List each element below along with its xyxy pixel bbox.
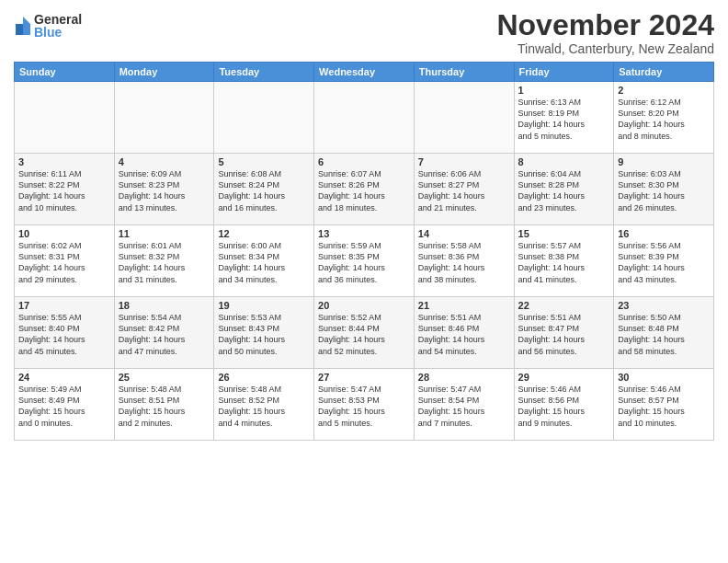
day-number: 24 xyxy=(18,372,110,383)
day-info: Sunrise: 5:55 AM Sunset: 8:40 PM Dayligh… xyxy=(18,312,110,357)
calendar-cell: 24Sunrise: 5:49 AM Sunset: 8:49 PM Dayli… xyxy=(15,369,115,441)
day-number: 22 xyxy=(518,300,610,311)
day-info: Sunrise: 5:49 AM Sunset: 8:49 PM Dayligh… xyxy=(18,384,110,429)
calendar-cell: 15Sunrise: 5:57 AM Sunset: 8:38 PM Dayli… xyxy=(514,225,614,297)
day-info: Sunrise: 5:50 AM Sunset: 8:48 PM Dayligh… xyxy=(618,312,710,357)
calendar-cell: 25Sunrise: 5:48 AM Sunset: 8:51 PM Dayli… xyxy=(114,369,214,441)
day-info: Sunrise: 6:13 AM Sunset: 8:19 PM Dayligh… xyxy=(518,97,610,142)
calendar-cell: 2Sunrise: 6:12 AM Sunset: 8:20 PM Daylig… xyxy=(614,82,714,154)
calendar-cell: 3Sunrise: 6:11 AM Sunset: 8:22 PM Daylig… xyxy=(15,154,115,225)
calendar-cell: 22Sunrise: 5:51 AM Sunset: 8:47 PM Dayli… xyxy=(514,297,614,369)
day-info: Sunrise: 6:09 AM Sunset: 8:23 PM Dayligh… xyxy=(119,168,210,213)
day-number: 25 xyxy=(119,372,210,383)
calendar-cell: 10Sunrise: 6:02 AM Sunset: 8:31 PM Dayli… xyxy=(15,225,115,297)
calendar-cell: 8Sunrise: 6:04 AM Sunset: 8:28 PM Daylig… xyxy=(514,154,614,225)
day-info: Sunrise: 6:04 AM Sunset: 8:28 PM Dayligh… xyxy=(518,168,610,213)
title-area: November 2024 Tinwald, Canterbury, New Z… xyxy=(496,9,714,56)
col-thursday: Thursday xyxy=(414,63,514,82)
header: General Blue November 2024 Tinwald, Cant… xyxy=(14,9,714,56)
day-number: 17 xyxy=(18,300,110,311)
logo-general: General xyxy=(34,13,82,26)
day-number: 10 xyxy=(18,228,110,239)
col-sunday: Sunday xyxy=(15,63,115,82)
day-number: 15 xyxy=(518,228,610,239)
calendar-table: Sunday Monday Tuesday Wednesday Thursday… xyxy=(14,62,714,441)
day-info: Sunrise: 5:59 AM Sunset: 8:35 PM Dayligh… xyxy=(318,240,410,285)
day-number: 5 xyxy=(218,156,310,167)
calendar-cell xyxy=(15,82,115,154)
day-number: 28 xyxy=(418,372,510,383)
day-number: 6 xyxy=(318,156,410,167)
calendar-cell: 21Sunrise: 5:51 AM Sunset: 8:46 PM Dayli… xyxy=(414,297,514,369)
logo-text: General Blue xyxy=(34,13,82,39)
calendar-cell: 12Sunrise: 6:00 AM Sunset: 8:34 PM Dayli… xyxy=(214,225,314,297)
day-info: Sunrise: 6:03 AM Sunset: 8:30 PM Dayligh… xyxy=(618,168,710,213)
day-number: 3 xyxy=(18,156,110,167)
calendar-cell: 14Sunrise: 5:58 AM Sunset: 8:36 PM Dayli… xyxy=(414,225,514,297)
logo-icon xyxy=(14,15,32,37)
calendar-cell: 11Sunrise: 6:01 AM Sunset: 8:32 PM Dayli… xyxy=(114,225,214,297)
day-number: 14 xyxy=(418,228,510,239)
day-info: Sunrise: 5:58 AM Sunset: 8:36 PM Dayligh… xyxy=(418,240,510,285)
day-number: 20 xyxy=(318,300,410,311)
day-info: Sunrise: 6:01 AM Sunset: 8:32 PM Dayligh… xyxy=(119,240,210,285)
day-info: Sunrise: 5:48 AM Sunset: 8:52 PM Dayligh… xyxy=(218,384,310,429)
calendar-cell: 7Sunrise: 6:06 AM Sunset: 8:27 PM Daylig… xyxy=(414,154,514,225)
day-info: Sunrise: 5:46 AM Sunset: 8:57 PM Dayligh… xyxy=(618,384,710,429)
day-info: Sunrise: 5:56 AM Sunset: 8:39 PM Dayligh… xyxy=(618,240,710,285)
day-info: Sunrise: 5:51 AM Sunset: 8:47 PM Dayligh… xyxy=(518,312,610,357)
col-monday: Monday xyxy=(114,63,214,82)
day-info: Sunrise: 5:53 AM Sunset: 8:43 PM Dayligh… xyxy=(218,312,310,357)
day-number: 30 xyxy=(618,372,710,383)
day-number: 7 xyxy=(418,156,510,167)
calendar-cell: 23Sunrise: 5:50 AM Sunset: 8:48 PM Dayli… xyxy=(614,297,714,369)
col-saturday: Saturday xyxy=(614,63,714,82)
day-info: Sunrise: 6:08 AM Sunset: 8:24 PM Dayligh… xyxy=(218,168,310,213)
day-info: Sunrise: 6:02 AM Sunset: 8:31 PM Dayligh… xyxy=(18,240,110,285)
day-number: 1 xyxy=(518,85,610,96)
day-info: Sunrise: 5:48 AM Sunset: 8:51 PM Dayligh… xyxy=(119,384,210,429)
logo-blue: Blue xyxy=(34,26,82,39)
week-row-1: 1Sunrise: 6:13 AM Sunset: 8:19 PM Daylig… xyxy=(15,82,714,154)
calendar-cell: 1Sunrise: 6:13 AM Sunset: 8:19 PM Daylig… xyxy=(514,82,614,154)
calendar-cell: 29Sunrise: 5:46 AM Sunset: 8:56 PM Dayli… xyxy=(514,369,614,441)
svg-marker-0 xyxy=(23,17,30,24)
day-number: 8 xyxy=(518,156,610,167)
calendar-cell: 17Sunrise: 5:55 AM Sunset: 8:40 PM Dayli… xyxy=(15,297,115,369)
calendar-cell: 27Sunrise: 5:47 AM Sunset: 8:53 PM Dayli… xyxy=(314,369,415,441)
col-friday: Friday xyxy=(514,63,614,82)
day-number: 16 xyxy=(618,228,710,239)
week-row-5: 24Sunrise: 5:49 AM Sunset: 8:49 PM Dayli… xyxy=(15,369,714,441)
calendar-cell xyxy=(214,82,314,154)
col-tuesday: Tuesday xyxy=(214,63,314,82)
location: Tinwald, Canterbury, New Zealand xyxy=(496,41,714,56)
calendar-cell: 30Sunrise: 5:46 AM Sunset: 8:57 PM Dayli… xyxy=(614,369,714,441)
day-info: Sunrise: 5:47 AM Sunset: 8:53 PM Dayligh… xyxy=(318,384,410,429)
day-number: 21 xyxy=(418,300,510,311)
calendar-cell: 16Sunrise: 5:56 AM Sunset: 8:39 PM Dayli… xyxy=(614,225,714,297)
calendar-cell: 26Sunrise: 5:48 AM Sunset: 8:52 PM Dayli… xyxy=(214,369,314,441)
day-info: Sunrise: 6:12 AM Sunset: 8:20 PM Dayligh… xyxy=(618,97,710,142)
svg-marker-1 xyxy=(23,24,30,35)
week-row-4: 17Sunrise: 5:55 AM Sunset: 8:40 PM Dayli… xyxy=(15,297,714,369)
calendar-cell: 5Sunrise: 6:08 AM Sunset: 8:24 PM Daylig… xyxy=(214,154,314,225)
header-row: Sunday Monday Tuesday Wednesday Thursday… xyxy=(15,63,714,82)
calendar-cell: 20Sunrise: 5:52 AM Sunset: 8:44 PM Dayli… xyxy=(314,297,415,369)
day-number: 9 xyxy=(618,156,710,167)
day-number: 29 xyxy=(518,372,610,383)
day-number: 13 xyxy=(318,228,410,239)
day-info: Sunrise: 5:51 AM Sunset: 8:46 PM Dayligh… xyxy=(418,312,510,357)
calendar-page: General Blue November 2024 Tinwald, Cant… xyxy=(0,0,728,563)
day-info: Sunrise: 5:47 AM Sunset: 8:54 PM Dayligh… xyxy=(418,384,510,429)
calendar-cell: 4Sunrise: 6:09 AM Sunset: 8:23 PM Daylig… xyxy=(114,154,214,225)
day-info: Sunrise: 6:00 AM Sunset: 8:34 PM Dayligh… xyxy=(218,240,310,285)
calendar-cell: 13Sunrise: 5:59 AM Sunset: 8:35 PM Dayli… xyxy=(314,225,415,297)
calendar-cell xyxy=(114,82,214,154)
day-number: 19 xyxy=(218,300,310,311)
week-row-2: 3Sunrise: 6:11 AM Sunset: 8:22 PM Daylig… xyxy=(15,154,714,225)
day-info: Sunrise: 6:11 AM Sunset: 8:22 PM Dayligh… xyxy=(18,168,110,213)
calendar-cell: 28Sunrise: 5:47 AM Sunset: 8:54 PM Dayli… xyxy=(414,369,514,441)
day-number: 26 xyxy=(218,372,310,383)
calendar-cell xyxy=(314,82,415,154)
day-number: 12 xyxy=(218,228,310,239)
